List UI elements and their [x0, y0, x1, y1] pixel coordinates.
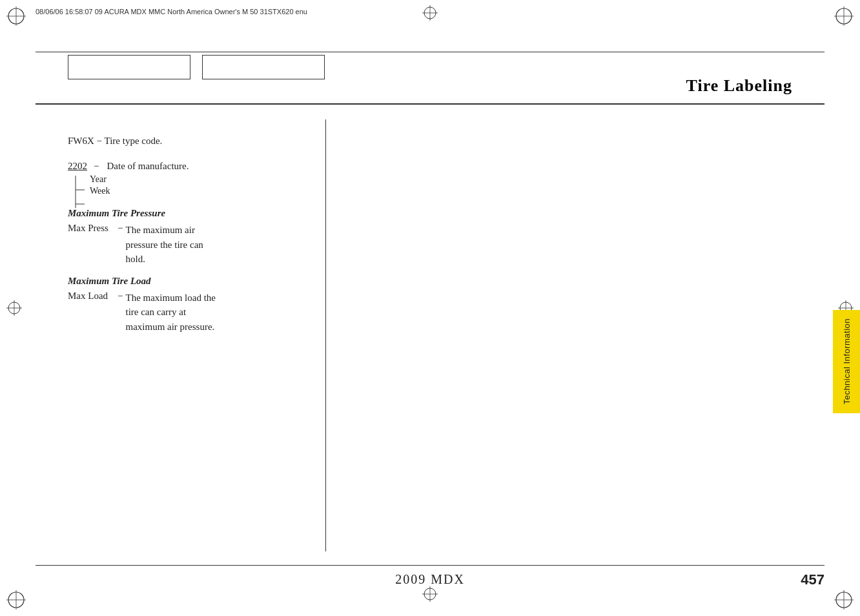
date-block: 2202 − Date of manufacture. Year Week	[68, 161, 312, 196]
header-meta: 08/06/06 16:58:07 09 ACURA MDX MMC North…	[36, 8, 307, 15]
corner-mark-top-left	[6, 6, 26, 26]
max-press-term: Max Press	[68, 223, 116, 234]
bottom-rule	[36, 565, 824, 566]
max-press-line3: hold.	[125, 254, 145, 264]
max-press-row: Max Press − The maximum air pressure the…	[68, 223, 312, 267]
car-model: 2009 MDX	[395, 572, 465, 587]
header: 08/06/06 16:58:07 09 ACURA MDX MMC North…	[36, 8, 824, 15]
date-sublines: Year Week	[87, 174, 312, 196]
max-load-dash: −	[118, 291, 123, 302]
week-line: Week	[90, 186, 312, 196]
page-title: Tire Labeling	[686, 76, 792, 96]
section1-heading: Maximum Tire Pressure	[68, 208, 312, 219]
title-rule	[36, 103, 824, 105]
corner-mark-bottom-left	[6, 590, 26, 610]
max-load-line3: maximum air pressure.	[125, 322, 214, 332]
year-line: Year	[90, 174, 312, 185]
crosshair-left	[6, 300, 22, 316]
max-load-block: Max Load − The maximum load the tire can…	[68, 291, 312, 334]
max-load-line2: tire can carry at	[125, 307, 186, 317]
date-dash: −	[94, 161, 99, 172]
max-press-desc: The maximum air pressure the tire can ho…	[125, 223, 312, 267]
max-press-line1: The maximum air	[125, 225, 194, 235]
corner-mark-top-right	[834, 6, 854, 26]
tab-boxes	[68, 55, 325, 79]
main-content: FW6X − Tire type code. 2202 − Date of ma…	[68, 119, 326, 551]
date-code: 2202	[68, 161, 87, 172]
max-press-block: Max Press − The maximum air pressure the…	[68, 223, 312, 267]
max-press-dash: −	[118, 223, 123, 234]
corner-mark-bottom-right	[834, 590, 854, 610]
side-tab-label: Technical Information	[842, 318, 852, 404]
max-load-row: Max Load − The maximum load the tire can…	[68, 291, 312, 334]
max-load-term: Max Load	[68, 291, 116, 302]
content-block: FW6X − Tire type code. 2202 − Date of ma…	[68, 136, 312, 334]
fw6x-line: FW6X − Tire type code.	[68, 136, 312, 147]
section2-heading: Maximum Tire Load	[68, 276, 312, 287]
date-label: Date of manufacture.	[107, 161, 189, 172]
page-number: 457	[801, 571, 824, 588]
tab-box-1	[68, 55, 190, 79]
footer: 2009 MDX 457	[36, 572, 824, 587]
tab-box-2	[202, 55, 325, 79]
crosshair-bottom	[422, 586, 438, 602]
top-rule	[36, 52, 824, 52]
max-load-line1: The maximum load the	[125, 293, 216, 303]
max-load-desc: The maximum load the tire can carry at m…	[125, 291, 312, 334]
max-press-line2: pressure the tire can	[125, 240, 203, 250]
side-tab: Technical Information	[833, 310, 860, 413]
date-line: 2202 − Date of manufacture.	[68, 161, 312, 172]
